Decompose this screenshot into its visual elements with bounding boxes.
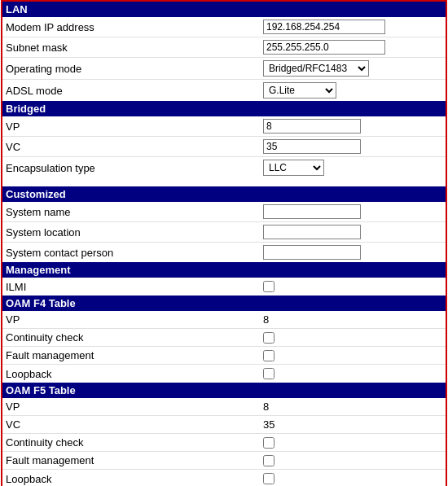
f5-vc-number: 35 <box>263 418 312 431</box>
adsl-mode-row: ADSL mode G.Lite G.DMT ADSL2+ <box>2 80 446 101</box>
f5-loopback-checkbox[interactable] <box>263 473 275 484</box>
customized-body: System name System location System conta… <box>2 202 446 262</box>
subnet-mask-row: Subnet mask <box>2 37 446 58</box>
system-name-input[interactable] <box>263 204 361 219</box>
f4-loopback-checkbox[interactable] <box>263 368 275 379</box>
subnet-mask-value <box>263 40 442 55</box>
management-body: ILMI <box>2 278 446 296</box>
operating-mode-row: Operating mode Bridged/RFC1483 PPPoE PPP… <box>2 58 446 80</box>
system-location-value <box>263 225 442 239</box>
f5-continuity-checkbox[interactable] <box>263 437 275 449</box>
subnet-mask-label: Subnet mask <box>6 42 263 54</box>
operating-mode-select[interactable]: Bridged/RFC1483 PPPoE PPPoA <box>263 60 369 77</box>
f4-loopback-value <box>263 368 442 379</box>
f5-vp-value: 8 <box>263 401 442 413</box>
modem-ip-label: Modem IP address <box>6 21 263 33</box>
f5-continuity-row: Continuity check <box>2 434 446 452</box>
system-location-label: System location <box>6 226 263 239</box>
bridged-vc-label: VC <box>6 141 263 153</box>
system-location-input[interactable] <box>263 225 361 239</box>
f5-fault-checkbox[interactable] <box>263 455 275 466</box>
management-header: Management <box>2 262 446 278</box>
f4-vp-label: VP <box>6 313 263 326</box>
f4-loopback-row: Loopback <box>2 365 446 383</box>
bridged-vc-value <box>263 139 442 154</box>
bridged-vp-input[interactable] <box>263 119 361 134</box>
f5-vp-label: VP <box>6 401 263 413</box>
f5-loopback-label: Loopback <box>6 473 263 485</box>
system-name-row: System name <box>2 202 446 222</box>
f4-vp-row: VP 8 <box>2 311 446 329</box>
f4-fault-label: Fault management <box>6 349 263 361</box>
adsl-mode-label: ADSL mode <box>6 85 263 97</box>
ilmi-value <box>263 281 442 292</box>
f5-continuity-value <box>263 437 442 449</box>
f5-loopback-row: Loopback <box>2 470 446 486</box>
f4-vp-value: 8 <box>263 313 442 326</box>
f4-loopback-label: Loopback <box>6 368 263 380</box>
f5-continuity-label: Continuity check <box>6 436 263 449</box>
f4-continuity-row: Continuity check <box>2 329 446 347</box>
f4-fault-row: Fault management <box>2 347 446 365</box>
adsl-mode-select[interactable]: G.Lite G.DMT ADSL2+ <box>263 82 336 99</box>
f5-loopback-value <box>263 473 442 484</box>
system-name-value <box>263 204 442 219</box>
bridged-vp-label: VP <box>6 120 263 133</box>
system-contact-label: System contact person <box>6 247 263 259</box>
ilmi-checkbox[interactable] <box>263 281 275 292</box>
f4-continuity-label: Continuity check <box>6 331 263 344</box>
operating-mode-label: Operating mode <box>6 63 263 75</box>
modem-ip-input[interactable] <box>263 20 385 34</box>
customized-header: Customized <box>2 186 446 202</box>
bridged-body: VP VC Encapsulation type LLC VC Mux <box>2 116 446 178</box>
modem-ip-row: Modem IP address <box>2 17 446 37</box>
main-container: LAN Modem IP address Subnet mask Operati… <box>1 0 447 486</box>
system-location-row: System location <box>2 222 446 243</box>
oam-f5-header: OAM F5 Table <box>2 383 446 398</box>
modem-ip-value <box>263 20 442 34</box>
ilmi-label: ILMI <box>6 281 263 293</box>
encapsulation-label: Encapsulation type <box>6 162 263 174</box>
lan-header: LAN <box>2 2 446 17</box>
system-name-label: System name <box>6 206 263 218</box>
encapsulation-row: Encapsulation type LLC VC Mux <box>2 157 446 178</box>
oam-f4-header: OAM F4 Table <box>2 296 446 311</box>
bridged-header: Bridged <box>2 101 446 116</box>
adsl-mode-value: G.Lite G.DMT ADSL2+ <box>263 82 442 99</box>
system-contact-input[interactable] <box>263 245 361 260</box>
f5-vc-value: 35 <box>263 418 442 431</box>
f4-continuity-value <box>263 332 442 344</box>
oam-f4-body: VP 8 Continuity check Fault management L… <box>2 311 446 383</box>
f5-vp-row: VP 8 <box>2 398 446 416</box>
system-contact-row: System contact person <box>2 243 446 262</box>
encapsulation-select[interactable]: LLC VC Mux <box>263 160 324 176</box>
bridged-vc-input[interactable] <box>263 139 361 154</box>
f4-vp-number: 8 <box>263 313 312 326</box>
f4-fault-checkbox[interactable] <box>263 350 275 361</box>
operating-mode-value: Bridged/RFC1483 PPPoE PPPoA <box>263 60 442 77</box>
oam-f5-body: VP 8 VC 35 Continuity check Fault manage… <box>2 398 446 486</box>
system-contact-value <box>263 245 442 260</box>
encapsulation-value: LLC VC Mux <box>263 160 442 176</box>
lan-body: Modem IP address Subnet mask Operating m… <box>2 17 446 101</box>
spacer1 <box>2 178 446 186</box>
f5-vc-row: VC 35 <box>2 416 446 434</box>
f5-vp-number: 8 <box>263 401 312 413</box>
f5-fault-row: Fault management <box>2 452 446 470</box>
bridged-vp-value <box>263 119 442 134</box>
bridged-vc-row: VC <box>2 137 446 157</box>
f4-continuity-checkbox[interactable] <box>263 332 275 344</box>
bridged-vp-row: VP <box>2 116 446 137</box>
f5-fault-label: Fault management <box>6 454 263 466</box>
f5-vc-label: VC <box>6 418 263 431</box>
subnet-mask-input[interactable] <box>263 40 385 55</box>
f5-fault-value <box>263 455 442 466</box>
ilmi-row: ILMI <box>2 278 446 296</box>
f4-fault-value <box>263 350 442 361</box>
